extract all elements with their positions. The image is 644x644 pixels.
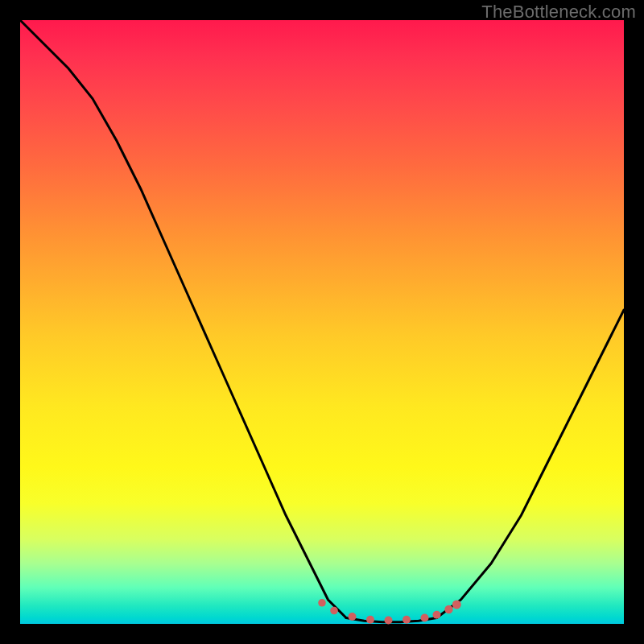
valley-dot: [421, 614, 429, 622]
valley-dot: [385, 617, 393, 625]
valley-dot: [452, 601, 461, 609]
watermark-text: TheBottleneck.com: [481, 2, 636, 23]
valley-dot: [444, 605, 452, 613]
chart-frame: TheBottleneck.com: [0, 0, 644, 644]
curve-right-branch: [437, 310, 625, 618]
curve-left-branch: [20, 20, 346, 618]
chart-svg: [20, 20, 624, 624]
valley-dot: [366, 616, 374, 624]
valley-dot: [402, 616, 411, 624]
valley-dot: [330, 607, 338, 615]
valley-dot: [318, 599, 326, 607]
valley-dot: [433, 611, 441, 619]
valley-dot: [349, 613, 357, 621]
